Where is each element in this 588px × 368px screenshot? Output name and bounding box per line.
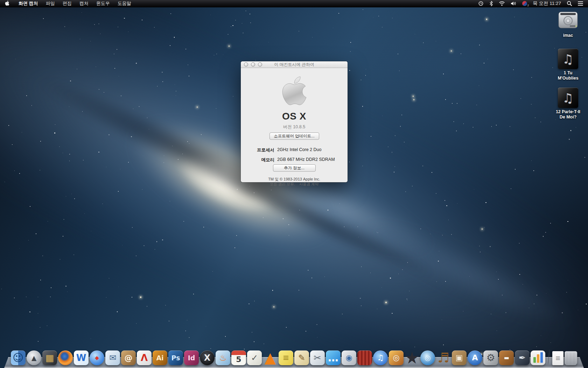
- dock-item-contacts[interactable]: @: [121, 350, 136, 365]
- dock-item-safari[interactable]: ◆: [90, 350, 104, 365]
- audio-file-1[interactable]: ♫1 Tu M'Oublies: [553, 49, 583, 81]
- copyright-text: TM 및 © 1983-2013 Apple Inc.: [241, 177, 348, 182]
- dock-item-adobe-photoshop[interactable]: Ps: [168, 350, 183, 365]
- zoom-button[interactable]: [258, 62, 262, 67]
- dock-item-calendar[interactable]: 5: [231, 350, 246, 365]
- toast-burner-glyph: ♨: [219, 354, 227, 362]
- dock-item-itunes[interactable]: ♫: [373, 350, 388, 365]
- menu-item-4[interactable]: 도움말: [114, 0, 135, 7]
- dock-item-preview[interactable]: ✂: [310, 350, 325, 365]
- memory-value: 2GB 667 MHz DDR2 SDRAM: [277, 157, 335, 163]
- dock-item-app-store[interactable]: A: [468, 350, 482, 365]
- dock-item-trash[interactable]: [565, 351, 577, 365]
- processor-label: 프로세서: [241, 147, 274, 153]
- dock-item-finder[interactable]: ☺: [11, 350, 26, 365]
- dock-item-messages[interactable]: …: [326, 350, 341, 365]
- dock-item-imovie[interactable]: ★: [405, 350, 419, 365]
- dock-item-numbers[interactable]: [531, 350, 545, 365]
- dock-item-iphoto[interactable]: ◎: [389, 350, 404, 365]
- audio-file-icon: ♫: [558, 49, 578, 69]
- dock-item-keynote[interactable]: ▬: [499, 350, 514, 365]
- more-info-button[interactable]: 추가 정보...: [273, 164, 316, 172]
- dock-item-photo-booth[interactable]: [357, 350, 372, 365]
- active-app-menu[interactable]: 화면 캡처: [15, 0, 42, 7]
- dock-item-mission-control[interactable]: ▦: [42, 350, 57, 365]
- calendar-glyph: 5: [236, 352, 241, 363]
- dock-item-firefox[interactable]: [58, 350, 73, 365]
- contacts-glyph: @: [125, 354, 133, 362]
- dock-item-toast-burner[interactable]: ♨: [216, 350, 230, 365]
- audio-file-2[interactable]: ♫12 Parle-T-Il De Moi?: [553, 88, 583, 120]
- dock-item-x-photo-app[interactable]: X: [200, 350, 215, 365]
- dock-item-vlc[interactable]: ▲: [263, 350, 278, 365]
- bluetooth-icon[interactable]: [486, 0, 496, 7]
- processor-row: 프로세서 2GHz Intel Core 2 Duo: [241, 147, 348, 153]
- facetime-glyph: ◉: [345, 354, 352, 362]
- close-button[interactable]: [244, 62, 248, 67]
- os-name: OS X: [241, 111, 348, 122]
- menu-item-2[interactable]: 캡처: [76, 0, 92, 7]
- apple-logo-icon: [5, 0, 9, 7]
- dock-item-mail[interactable]: ✉: [105, 350, 120, 365]
- korean-input-badge: 2: [527, 4, 529, 7]
- mission-control-glyph: ▦: [46, 353, 54, 362]
- menu-item-0[interactable]: 파일: [42, 0, 59, 7]
- corkboard-app-glyph: ▣: [456, 354, 463, 362]
- rights-line: 모든 권리 보유.사용권 계약: [241, 182, 348, 187]
- menu-item-3[interactable]: 윈도우: [92, 0, 114, 7]
- korean-input-icon[interactable]: 2: [519, 0, 530, 7]
- launchpad-glyph: ▲: [31, 355, 37, 361]
- dock-divider: [548, 349, 550, 365]
- dock-item-stickies[interactable]: ≡: [279, 350, 293, 365]
- notepad-glyph: ✎: [298, 354, 305, 362]
- volume-icon[interactable]: [508, 0, 519, 7]
- dock-item-notepad[interactable]: ✎: [294, 350, 309, 365]
- pages-glyph: ✒: [519, 354, 526, 362]
- license-agreement-link[interactable]: 사용권 계약: [299, 182, 318, 186]
- hard-drive-imac[interactable]: imac: [553, 11, 583, 38]
- menu-bar-clock[interactable]: 목 오전 11:27: [530, 0, 564, 7]
- dock-item-document[interactable]: ≡: [552, 351, 564, 365]
- wifi-icon[interactable]: [496, 0, 508, 7]
- iphoto-glyph: ◎: [393, 354, 399, 362]
- preview-glyph: ✂: [314, 353, 321, 362]
- dock-item-adobe-reader[interactable]: Λ: [137, 350, 152, 365]
- adobe-indesign-glyph: Id: [188, 355, 195, 361]
- window-titlebar[interactable]: 이 매킨토시에 관하여: [241, 61, 348, 68]
- dock-item-w-writer-app[interactable]: W: [74, 350, 89, 365]
- notification-center-icon[interactable]: [575, 0, 588, 7]
- menu-item-1[interactable]: 편집: [59, 0, 76, 7]
- finder-glyph: ☺: [13, 353, 23, 363]
- garageband-glyph: ♬: [438, 351, 449, 364]
- vlc-glyph: ▲: [265, 350, 276, 365]
- dock-item-reminders[interactable]: ✓: [247, 350, 262, 365]
- desktop-icon-label: 1 Tu M'Oublies: [553, 70, 583, 81]
- apple-menu[interactable]: [0, 0, 15, 7]
- dock-item-garageband[interactable]: ♬: [436, 350, 451, 365]
- w-writer-app-glyph: W: [76, 353, 86, 362]
- dock-item-idvd[interactable]: ◎: [420, 350, 435, 365]
- desktop-icon-label: imac: [553, 33, 583, 38]
- reminders-glyph: ✓: [251, 354, 258, 362]
- dock-item-launchpad[interactable]: ▲: [27, 350, 41, 365]
- minimize-button[interactable]: [251, 62, 255, 67]
- os-version: 버전 10.8.5: [241, 124, 348, 130]
- dock: ☺▲▦W◆✉@ΛAiPsIdX♨5✓▲≡✎✂…◉♫◎★◎♬▣A⚙▬✒≡: [0, 348, 588, 368]
- adobe-reader-glyph: Λ: [141, 353, 148, 362]
- spotlight-icon[interactable]: [564, 0, 575, 7]
- dock-item-system-preferences[interactable]: ⚙: [483, 350, 498, 365]
- time-machine-icon[interactable]: [475, 0, 486, 7]
- dock-item-facetime[interactable]: ◉: [342, 350, 356, 365]
- dock-item-corkboard-app[interactable]: ▣: [452, 350, 467, 365]
- dock-item-adobe-indesign[interactable]: Id: [184, 350, 199, 365]
- apple-logo-large: [241, 75, 348, 108]
- processor-value: 2GHz Intel Core 2 Duo: [277, 147, 321, 153]
- memory-label: 메모리: [241, 157, 274, 163]
- rights-text: 모든 권리 보유.: [270, 182, 295, 186]
- dock-item-pages[interactable]: ✒: [515, 350, 530, 365]
- software-update-button[interactable]: 소프트웨어 업데이트...: [270, 132, 319, 140]
- dock-item-adobe-illustrator[interactable]: Ai: [153, 350, 167, 365]
- window-title: 이 매킨토시에 관하여: [274, 62, 314, 68]
- hard-drive-icon: [557, 11, 579, 32]
- audio-file-icon: ♫: [558, 88, 578, 108]
